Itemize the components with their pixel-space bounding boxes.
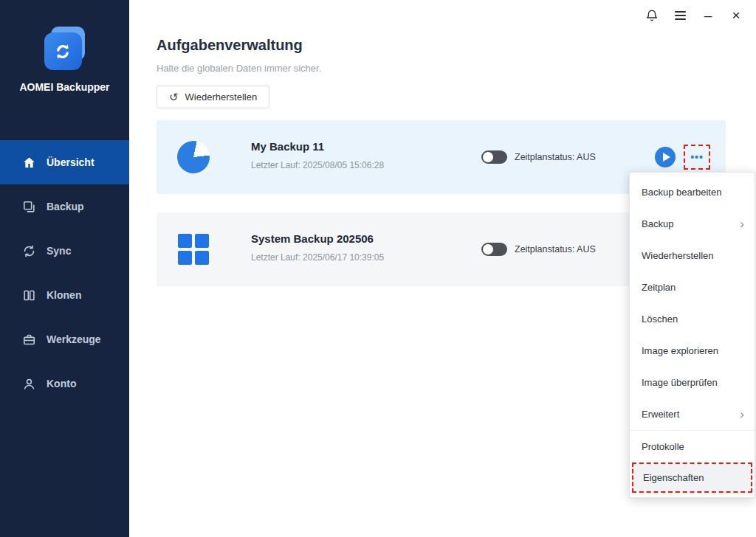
- minimize-button[interactable]: –: [694, 4, 722, 27]
- menu-item-label: Backup bearbeiten: [642, 187, 721, 198]
- menu-item-loeschen[interactable]: Löschen: [630, 303, 755, 335]
- sidebar-item-label: Backup: [47, 201, 84, 212]
- sidebar-item-label: Sync: [47, 245, 71, 257]
- windows-logo-icon: [177, 233, 210, 266]
- user-icon: [22, 377, 36, 391]
- menu-item-label: Löschen: [642, 313, 678, 325]
- menu-icon[interactable]: [666, 4, 694, 27]
- titlebar-controls: – ×: [638, 4, 750, 27]
- schedule-group: Zeitplanstatus: AUS: [481, 243, 596, 256]
- menu-item-label: Eigenschaften: [643, 472, 704, 483]
- task-last-run: Letzter Lauf: 2025/08/05 15:06:28: [251, 160, 384, 170]
- toolbox-icon: [22, 333, 36, 347]
- task-info: System Backup 202506 Letzter Lauf: 2025/…: [251, 232, 384, 263]
- sidebar-nav: Übersicht Backup Sync Klonen Werkzeuge K…: [0, 140, 129, 406]
- close-button[interactable]: ×: [722, 4, 750, 27]
- restore-arrow-icon: ↺: [169, 91, 179, 103]
- task-last-run: Letzter Lauf: 2025/06/17 10:39:05: [251, 252, 384, 263]
- menu-item-erweitert[interactable]: Erweitert ›: [630, 398, 755, 430]
- menu-item-eigenschaften[interactable]: Eigenschaften: [632, 462, 752, 493]
- menu-item-label: Image explorieren: [642, 345, 718, 356]
- menu-item-backup-bearbeiten[interactable]: Backup bearbeiten: [630, 176, 755, 208]
- schedule-toggle[interactable]: [481, 243, 507, 256]
- run-backup-button[interactable]: [655, 147, 676, 167]
- menu-item-backup[interactable]: Backup ›: [630, 208, 755, 240]
- chevron-right-icon: ›: [740, 218, 744, 230]
- page-subtitle: Halte die globalen Daten immer sicher.: [157, 63, 321, 74]
- sidebar-item-konto[interactable]: Konto: [0, 361, 129, 406]
- task-name: System Backup 202506: [251, 232, 384, 245]
- sidebar-item-klonen[interactable]: Klonen: [0, 273, 129, 317]
- clone-icon: [22, 288, 36, 302]
- task-info: My Backup 11 Letzter Lauf: 2025/08/05 15…: [251, 140, 384, 170]
- menu-item-label: Wiederherstellen: [642, 250, 714, 261]
- menu-item-protokolle[interactable]: Protokolle: [630, 430, 755, 462]
- chevron-right-icon: ›: [740, 408, 744, 420]
- menu-item-label: Backup: [642, 218, 673, 229]
- sync-icon: [22, 244, 36, 258]
- sidebar-item-uebersicht[interactable]: Übersicht: [0, 140, 129, 184]
- menu-item-wiederherstellen[interactable]: Wiederherstellen: [630, 240, 755, 271]
- sidebar-item-label: Konto: [47, 378, 76, 389]
- pie-chart-icon: [177, 141, 210, 173]
- sidebar-item-label: Übersicht: [47, 156, 94, 168]
- home-icon: [22, 156, 36, 170]
- menu-item-label: Image überprüfen: [642, 377, 718, 388]
- sidebar-item-label: Klonen: [47, 289, 81, 301]
- task-name: My Backup 11: [251, 140, 384, 153]
- menu-item-label: Erweitert: [642, 409, 679, 420]
- schedule-status-label: Zeitplanstatus: AUS: [515, 152, 596, 162]
- menu-item-label: Zeitplan: [642, 282, 676, 293]
- copy-icon: [22, 200, 36, 214]
- toggle-knob: [483, 152, 493, 162]
- sidebar-item-sync[interactable]: Sync: [0, 229, 129, 273]
- menu-item-image-explorieren[interactable]: Image explorieren: [630, 335, 755, 367]
- app-name: AOMEI Backupper: [0, 81, 129, 93]
- app-logo: [43, 27, 87, 71]
- schedule-status-label: Zeitplanstatus: AUS: [515, 244, 596, 254]
- page-title: Aufgabenverwaltung: [157, 37, 303, 54]
- menu-item-zeitplan[interactable]: Zeitplan: [630, 271, 755, 303]
- sync-logo-icon: [44, 32, 82, 70]
- toggle-knob: [483, 244, 493, 254]
- hamburger-lines: [675, 11, 686, 20]
- schedule-toggle[interactable]: [481, 150, 507, 164]
- app-window: AOMEI Backupper Übersicht Backup Sync Kl…: [0, 0, 756, 537]
- sidebar-item-werkzeuge[interactable]: Werkzeuge: [0, 317, 129, 361]
- menu-item-label: Protokolle: [642, 441, 684, 452]
- notification-bell-icon[interactable]: [638, 4, 666, 27]
- sidebar: AOMEI Backupper Übersicht Backup Sync Kl…: [0, 0, 129, 537]
- restore-button[interactable]: ↺ Wiederherstellen: [157, 86, 269, 108]
- more-options-button[interactable]: •••: [684, 145, 710, 170]
- sidebar-item-backup[interactable]: Backup: [0, 184, 129, 229]
- menu-item-image-ueberpruefen[interactable]: Image überprüfen: [630, 367, 755, 398]
- restore-button-label: Wiederherstellen: [185, 91, 258, 103]
- task-context-menu: Backup bearbeiten Backup › Wiederherstel…: [629, 172, 755, 498]
- schedule-group: Zeitplanstatus: AUS: [481, 150, 596, 164]
- play-icon: [663, 153, 670, 162]
- sidebar-item-label: Werkzeuge: [47, 333, 101, 345]
